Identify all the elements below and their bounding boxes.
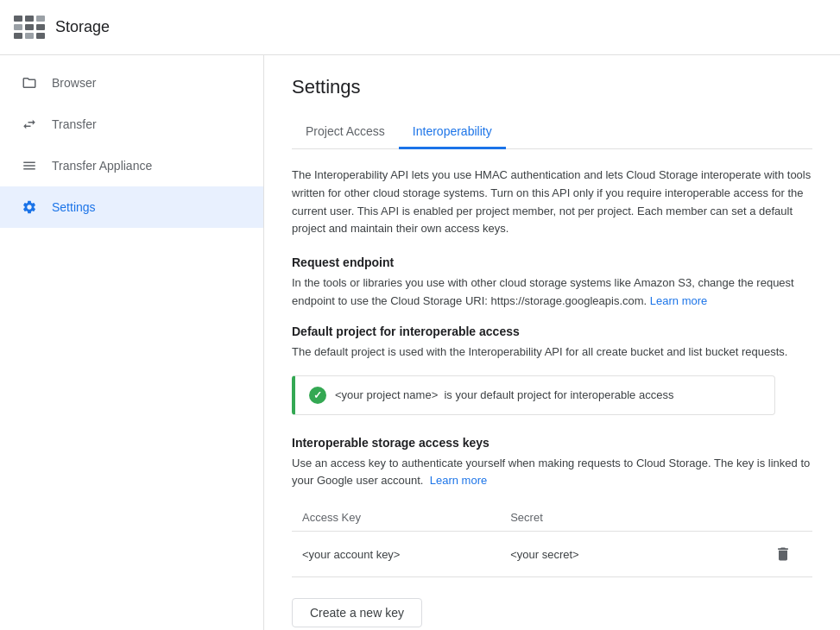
access-keys-learn-more[interactable]: Learn more xyxy=(430,474,487,487)
app-logo: Storage xyxy=(14,16,110,40)
transfer-appliance-icon xyxy=(21,157,38,174)
project-badge-suffix: is your default project for interoperabl… xyxy=(444,388,673,401)
access-keys-table: Access Key Secret <your account key> <yo… xyxy=(292,504,812,577)
table-header-secret: Secret xyxy=(500,504,761,532)
page-title: Settings xyxy=(292,76,812,98)
access-keys-section: Interoperable storage access keys Use an… xyxy=(292,436,812,628)
default-project-text: The default project is used with the Int… xyxy=(292,343,812,362)
settings-icon xyxy=(21,198,38,216)
main-layout: Browser Transfer Transfer Appliance xyxy=(0,55,840,630)
table-header-access-key: Access Key xyxy=(292,504,500,532)
request-endpoint-section: Request endpoint In the tools or librari… xyxy=(292,255,812,311)
tabs: Project Access Interoperability xyxy=(292,116,812,149)
default-project-section: Default project for interoperable access… xyxy=(292,324,812,415)
transfer-icon xyxy=(21,116,38,133)
table-row: <your account key> <your secret> xyxy=(292,532,812,577)
tab-interoperability[interactable]: Interoperability xyxy=(399,116,506,149)
sidebar-item-browser-label: Browser xyxy=(52,76,96,90)
table-cell-key: <your account key> xyxy=(292,532,500,577)
default-project-badge: <your project name> is your default proj… xyxy=(292,375,775,415)
sidebar-item-transfer[interactable]: Transfer xyxy=(0,104,263,145)
browser-icon xyxy=(21,74,38,91)
delete-key-button[interactable] xyxy=(771,542,795,566)
content-area: Settings Project Access Interoperability… xyxy=(264,55,840,630)
sidebar-item-transfer-appliance[interactable]: Transfer Appliance xyxy=(0,145,263,186)
project-name: <your project name> xyxy=(335,388,438,401)
sidebar-item-browser[interactable]: Browser xyxy=(0,62,263,104)
create-new-key-button[interactable]: Create a new key xyxy=(292,598,422,627)
access-keys-description: Use an access key to authenticate yourse… xyxy=(292,455,812,491)
sidebar-item-settings-label: Settings xyxy=(52,200,96,214)
interoperability-intro: The Interoperability API lets you use HM… xyxy=(292,167,812,238)
table-header-action xyxy=(761,504,812,532)
app-title: Storage xyxy=(55,18,110,36)
access-keys-title: Interoperable storage access keys xyxy=(292,436,812,450)
tab-project-access[interactable]: Project Access xyxy=(292,116,399,149)
project-badge-text: <your project name> is your default proj… xyxy=(335,388,673,401)
sidebar-item-settings[interactable]: Settings xyxy=(0,186,263,228)
storage-icon xyxy=(14,16,45,40)
sidebar-item-transfer-label: Transfer xyxy=(52,117,97,131)
default-project-title: Default project for interoperable access xyxy=(292,324,812,338)
top-bar: Storage xyxy=(0,0,840,55)
sidebar-item-transfer-appliance-label: Transfer Appliance xyxy=(52,159,152,173)
table-cell-action xyxy=(761,532,812,577)
request-endpoint-learn-more[interactable]: Learn more xyxy=(650,294,707,307)
check-icon xyxy=(309,387,326,404)
table-cell-secret: <your secret> xyxy=(500,532,761,577)
sidebar: Browser Transfer Transfer Appliance xyxy=(0,55,264,630)
request-endpoint-title: Request endpoint xyxy=(292,255,812,269)
request-endpoint-text: In the tools or libraries you use with o… xyxy=(292,274,812,311)
